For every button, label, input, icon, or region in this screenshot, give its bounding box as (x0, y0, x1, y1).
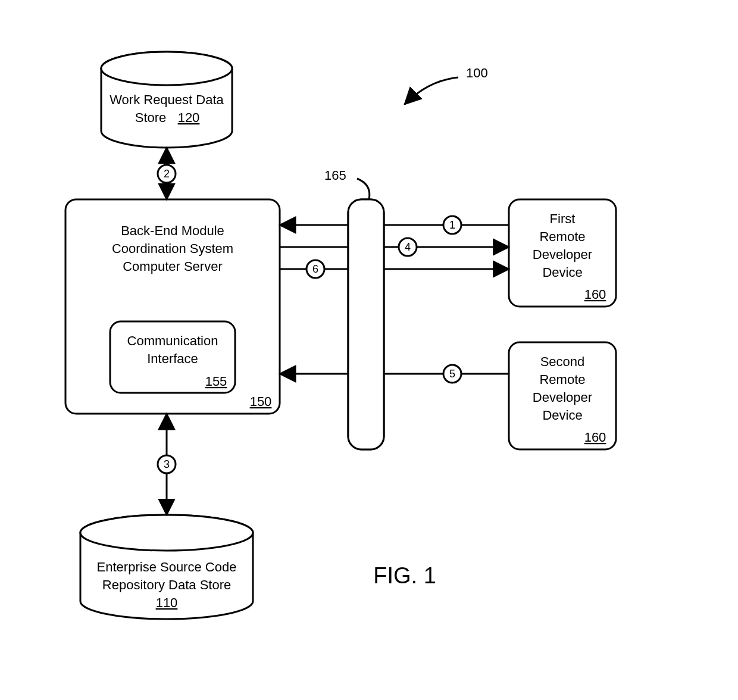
connector-2: 2 (158, 148, 176, 199)
step-1: 1 (449, 219, 455, 231)
middle-bar-overlay (348, 199, 384, 449)
comm-line2: Interface (147, 351, 198, 366)
comm-line1: Communication (127, 333, 218, 348)
dev2-l3: Developer (533, 390, 592, 405)
dev2-ref: 160 (584, 430, 606, 445)
step-6: 6 (312, 263, 318, 275)
dev2-l1: Second (540, 354, 585, 369)
db-top-line2: Store (135, 110, 167, 125)
server-line2: Coordination System (112, 241, 233, 256)
second-dev-box: Second Remote Developer Device 160 (509, 342, 616, 449)
server-line1: Back-End Module (121, 223, 224, 238)
server-box: Back-End Module Coordination System Comp… (65, 199, 280, 414)
ref-100: 100 (466, 65, 488, 80)
connector-1: 1 (280, 216, 509, 234)
figure-label: FIG. 1 (373, 563, 436, 588)
first-dev-box: First Remote Developer Device 160 (509, 199, 616, 307)
comm-ref: 155 (205, 374, 227, 389)
diagram-canvas: 100 Work Request Data Store 120 Back-End… (0, 0, 738, 700)
dev2-l2: Remote (539, 372, 585, 387)
svg-point-1 (101, 52, 232, 85)
server-ref: 150 (250, 394, 272, 409)
db-top-line1: Work Request Data (110, 92, 224, 107)
dev2-l4: Device (542, 408, 582, 423)
connector-6: 6 (280, 260, 509, 278)
dev1-l3: Developer (533, 247, 592, 262)
step-3: 3 (164, 458, 170, 470)
step-4: 4 (405, 241, 411, 253)
db-top-ref: 120 (178, 110, 200, 125)
step-2: 2 (164, 168, 170, 180)
db-bot-line2: Repository Data Store (102, 577, 231, 592)
dev1-l2: Remote (539, 229, 585, 244)
step-5: 5 (449, 368, 455, 380)
ref-165: 165 (324, 168, 346, 183)
db-bot-ref: 110 (156, 595, 178, 610)
dev1-ref: 160 (584, 287, 606, 302)
connector-3: 3 (158, 414, 176, 515)
db-enterprise: Enterprise Source Code Repository Data S… (80, 515, 253, 619)
svg-point-5 (80, 515, 253, 551)
db-work-request: Work Request Data Store 120 (101, 52, 232, 148)
dev1-l4: Device (542, 265, 582, 280)
callout-100: 100 (405, 65, 488, 104)
comm-interface-box: Communication Interface 155 (110, 321, 235, 393)
dev1-l1: First (550, 211, 576, 226)
connector-5: 5 (280, 365, 509, 383)
db-bot-line1: Enterprise Source Code (97, 560, 237, 574)
svg-rect-21 (348, 199, 384, 449)
server-line3: Computer Server (123, 259, 223, 274)
callout-165: 165 (324, 168, 370, 199)
connector-4: 4 (280, 238, 509, 256)
